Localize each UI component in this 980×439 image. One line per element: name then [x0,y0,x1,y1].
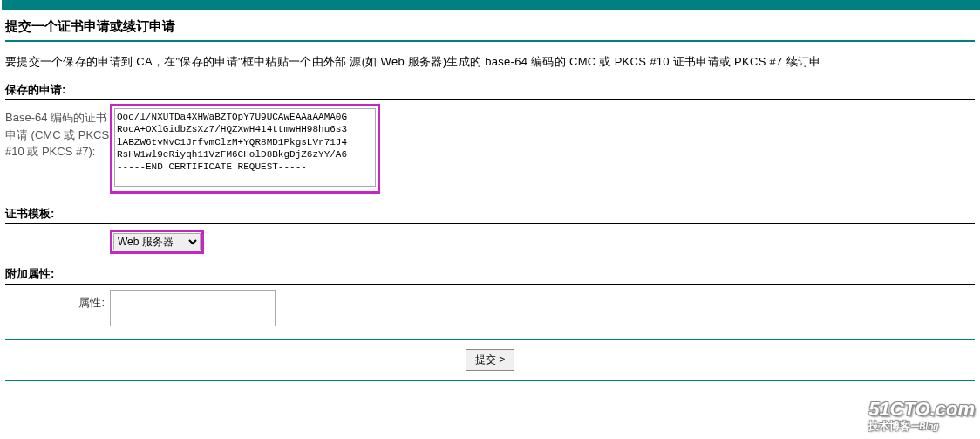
watermark-main: 51CTO.com [868,398,975,421]
template-section: 证书模板: Web 服务器 [5,206,975,254]
highlight-saved-request [110,104,380,194]
page-title: 提交一个证书申请或续订申请 [5,18,975,42]
highlight-template: Web 服务器 [110,230,204,254]
saved-request-textarea[interactable] [114,108,376,187]
divider [5,339,975,340]
attr-field-label: 属性: [5,290,110,311]
watermark: 51CTO.com 技术博客一Blog [868,398,975,434]
attr-section: 附加属性: 属性: [5,266,975,326]
saved-request-field-label: Base-64 编码的证书申请 (CMC 或 PKCS #10 或 PKCS #… [5,104,110,161]
submit-button[interactable]: 提交 > [466,349,514,371]
top-bar [2,0,980,10]
attr-section-label: 附加属性: [5,266,975,285]
saved-request-row: Base-64 编码的证书申请 (CMC 或 PKCS #10 或 PKCS #… [5,104,975,194]
cert-template-select[interactable]: Web 服务器 [113,233,201,250]
submit-row: 提交 > [5,349,975,381]
main-content: 提交一个证书申请或续订申请 要提交一个保存的申请到 CA，在"保存的申请"框中粘… [0,10,980,381]
template-section-label: 证书模板: [5,206,975,224]
attr-textarea[interactable] [110,290,276,326]
watermark-sub: 技术博客一Blog [868,419,975,434]
saved-request-section-label: 保存的申请: [5,82,975,100]
instructions-text: 要提交一个保存的申请到 CA，在"保存的申请"框中粘贴一个由外部 源(如 Web… [5,54,975,70]
